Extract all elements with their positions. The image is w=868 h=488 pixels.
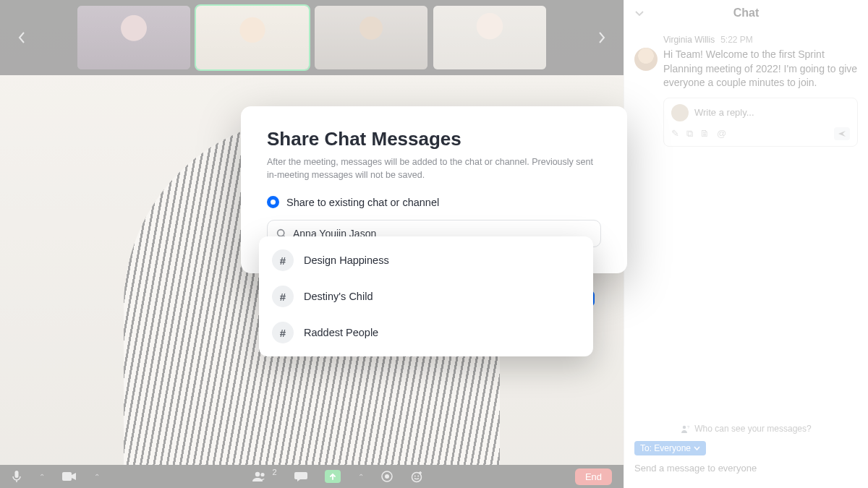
participant-filmstrip (0, 0, 624, 75)
channel-option-label: Design Happiness (304, 254, 389, 266)
recipient-chip[interactable]: To: Everyone (634, 441, 706, 455)
chat-footer: ? Who can see your messages? To: Everyon… (624, 416, 868, 488)
channel-option-label: Destiny's Child (304, 291, 373, 302)
channel-option-label: Raddest People (304, 327, 378, 338)
share-screen-button[interactable] (325, 470, 341, 483)
share-up-icon (328, 472, 337, 481)
radio-selected-icon (267, 196, 279, 208)
avatar (671, 104, 689, 121)
radio-label: Share to existing chat or channel (286, 197, 439, 208)
video-icon (62, 471, 77, 481)
microphone-icon (12, 470, 22, 483)
svg-point-8 (417, 476, 419, 477)
chevron-down-icon (694, 446, 700, 451)
screenshot-icon[interactable]: ⧉ (686, 128, 693, 140)
svg-point-5 (385, 474, 389, 479)
participants-button[interactable]: 2 (252, 471, 276, 482)
format-icon[interactable]: ✎ (671, 128, 679, 139)
chevron-left-icon (17, 31, 26, 44)
end-meeting-button[interactable]: End (575, 468, 612, 485)
video-button[interactable] (62, 471, 77, 481)
participant-thumb[interactable] (77, 6, 190, 69)
filmstrip-prev[interactable] (12, 25, 32, 50)
participants-icon (252, 471, 268, 482)
chat-button[interactable] (294, 471, 307, 482)
reactions-button[interactable] (410, 470, 423, 483)
share-menu-caret[interactable]: ⌃ (358, 473, 364, 481)
chevron-right-icon (597, 31, 606, 44)
chat-panel: Chat Virginia Willis 5:22 PM Hi Team! We… (624, 0, 868, 488)
mute-menu-caret[interactable]: ⌃ (39, 473, 45, 481)
filmstrip-next[interactable] (592, 25, 612, 50)
modal-subtitle: After the meeting, messages will be adde… (267, 156, 601, 181)
send-reply-button[interactable] (834, 127, 850, 140)
chat-body: Virginia Willis 5:22 PM Hi Team! Welcome… (624, 26, 868, 416)
channel-option[interactable]: # Destiny's Child (259, 278, 593, 314)
reply-input[interactable] (694, 107, 850, 118)
svg-point-2 (255, 472, 260, 476)
mention-icon[interactable]: @ (717, 128, 726, 139)
participant-thumb[interactable] (315, 6, 427, 69)
modal-title: Share Chat Messages (267, 128, 601, 150)
channel-dropdown: # Design Happiness # Destiny's Child # R… (259, 236, 593, 356)
hash-icon: # (272, 286, 294, 307)
svg-rect-0 (15, 471, 19, 478)
svg-rect-1 (62, 472, 72, 481)
chat-title: Chat (733, 7, 760, 20)
chat-icon (294, 471, 307, 482)
smile-plus-icon (410, 470, 423, 483)
svg-point-11 (278, 229, 284, 236)
share-existing-option[interactable]: Share to existing chat or channel (267, 196, 601, 208)
svg-point-9 (683, 425, 686, 428)
participant-thumb[interactable] (196, 6, 309, 69)
message-author: Virginia Willis (663, 35, 715, 45)
compose-input[interactable] (634, 460, 858, 476)
svg-point-7 (414, 476, 415, 477)
attach-icon[interactable]: 🗎 (700, 128, 710, 139)
who-can-see-link[interactable]: ? Who can see your messages? (634, 424, 858, 434)
send-icon (838, 130, 846, 137)
mute-button[interactable] (12, 470, 22, 483)
svg-point-3 (261, 473, 265, 476)
svg-text:?: ? (687, 425, 690, 429)
record-button[interactable] (381, 471, 393, 482)
channel-option[interactable]: # Raddest People (259, 314, 593, 351)
meeting-toolbar: ⌃ ⌃ 2 ⌃ End (0, 465, 624, 488)
video-menu-caret[interactable]: ⌃ (94, 473, 100, 481)
message-time: 5:22 PM (720, 35, 753, 45)
participant-thumb[interactable] (433, 6, 546, 69)
chevron-down-icon (634, 9, 644, 17)
record-icon (381, 471, 393, 482)
chat-header: Chat (624, 0, 868, 26)
message-text: Hi Team! Welcome to the first Sprint Pla… (663, 48, 858, 90)
hash-icon: # (272, 249, 294, 271)
chat-collapse[interactable] (634, 9, 644, 17)
reply-box: ✎ ⧉ 🗎 @ (663, 98, 858, 147)
hash-icon: # (272, 322, 294, 343)
avatar (634, 48, 658, 71)
participants-count: 2 (272, 468, 276, 476)
channel-option[interactable]: # Design Happiness (259, 242, 593, 278)
person-question-icon: ? (681, 424, 690, 434)
